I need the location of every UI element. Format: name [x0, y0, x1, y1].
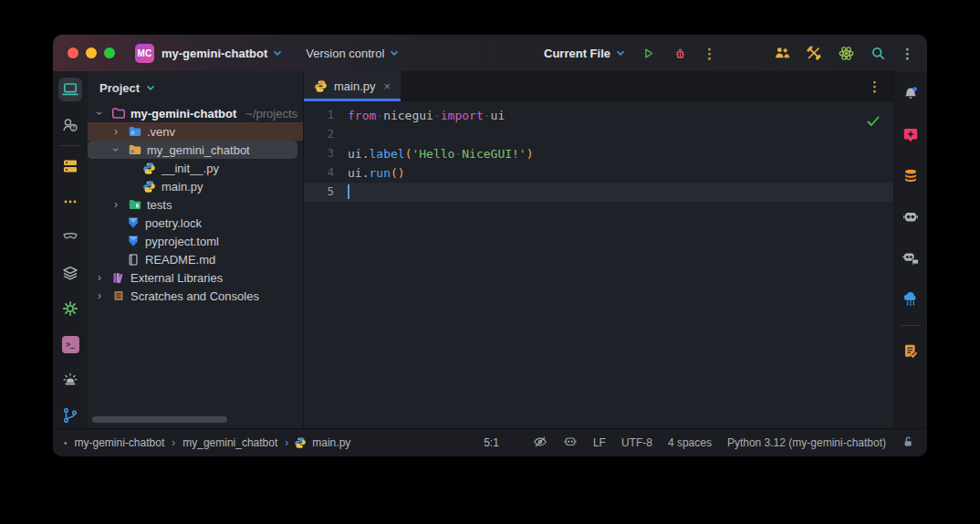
database-button[interactable] [899, 164, 923, 188]
expand-toggle[interactable]: › [109, 198, 122, 211]
chevron-right-icon: › [172, 436, 175, 449]
zoom-window-button[interactable] [104, 47, 115, 58]
settings-button[interactable] [58, 297, 82, 320]
line-number: 4 [304, 163, 348, 183]
todo-check-icon [902, 342, 920, 361]
coding-agent-button[interactable] [899, 205, 923, 229]
expand-toggle[interactable]: › [93, 289, 106, 302]
python-file-icon [141, 180, 157, 194]
code-line: 3 ui.label('Hello·NiceGUI!') [304, 144, 893, 163]
search-icon[interactable] [869, 44, 887, 62]
problems-button[interactable] [58, 368, 82, 392]
horizontal-scrollbar[interactable] [92, 416, 227, 423]
services-button[interactable] [58, 154, 82, 178]
tab-options-icon[interactable]: ⋮ [868, 79, 881, 93]
tree-row-project-root[interactable]: › my-gemini-chatbot ~/projects [88, 104, 303, 122]
people-question-icon: ? [61, 116, 79, 134]
code-line: 2 [304, 125, 893, 144]
divider [60, 145, 80, 146]
chevron-down-icon [273, 49, 282, 57]
poetry-file-icon [125, 235, 141, 247]
svg-text:?: ? [72, 124, 76, 131]
chevron-down-icon [390, 49, 399, 57]
remote-cloud-button[interactable] [899, 288, 923, 311]
tree-row-external-libraries[interactable]: › External Libraries [88, 268, 303, 287]
editor-tab-bar: main.py × ⋮ [304, 71, 893, 101]
traffic-lights [68, 47, 115, 58]
tree-row-pyproject-toml[interactable]: pyproject.toml [88, 232, 303, 250]
git-branch-icon [61, 406, 79, 424]
project-tree: › my-gemini-chatbot ~/projects › .venv › [88, 104, 303, 305]
learn-help-button[interactable]: ? [58, 113, 82, 137]
code-editor[interactable]: 1 from·nicegui·import·ui 2 3 ui.label('H… [304, 101, 893, 202]
tree-row-init-py[interactable]: __init__.py [88, 159, 303, 177]
expand-toggle[interactable]: › [109, 125, 122, 138]
run-icon[interactable] [639, 44, 657, 62]
users-icon[interactable] [773, 44, 791, 62]
todo-button[interactable] [899, 340, 923, 363]
science-icon[interactable] [837, 44, 855, 62]
servers-icon [61, 157, 79, 175]
line-separator-widget[interactable]: LF [593, 436, 606, 449]
close-tab-icon[interactable]: × [384, 79, 391, 93]
project-menu[interactable]: my-gemini-chatbot [162, 47, 282, 60]
left-activity-bar: ? >_ [53, 71, 88, 428]
line-number: 3 [304, 144, 348, 163]
tree-row-readme[interactable]: README.md [88, 250, 303, 268]
caret-position[interactable]: 5:1 [484, 436, 499, 449]
profiler-button[interactable] [58, 225, 82, 249]
tree-row-package[interactable]: › my_gemini_chatbot [88, 141, 297, 159]
expand-toggle[interactable]: › [93, 107, 106, 120]
tree-row-venv[interactable]: › .venv [88, 122, 303, 141]
project-tool-button[interactable] [58, 78, 82, 101]
minimize-window-button[interactable] [86, 47, 97, 58]
breadcrumb-project[interactable]: my-gemini-chatbot [75, 436, 165, 449]
more-run-actions-icon[interactable]: ⋮ [703, 47, 716, 60]
tree-row-poetry-lock[interactable]: poetry.lock [88, 214, 303, 232]
python-file-icon [314, 79, 328, 93]
laptop-icon [61, 80, 79, 99]
tab-main-py[interactable]: main.py × [304, 71, 401, 101]
inspections-ok-icon[interactable] [867, 113, 880, 132]
expand-toggle[interactable]: › [93, 271, 106, 284]
breadcrumb-package[interactable]: my_gemini_chatbot [182, 436, 277, 449]
unlocked-icon[interactable] [902, 435, 914, 451]
more-icon[interactable]: ⋮ [901, 47, 914, 60]
tree-row-scratches[interactable]: › Scratches and Consoles [88, 287, 303, 305]
structure-button[interactable] [58, 261, 82, 285]
line-number: 2 [304, 125, 348, 144]
ai-status-icon[interactable] [563, 435, 578, 452]
project-panel-header[interactable]: Project [88, 71, 303, 104]
cloud-connections-icon [902, 290, 920, 309]
code-line: 1 from·nicegui·import·ui [304, 106, 893, 125]
close-window-button[interactable] [68, 47, 78, 58]
notifications-button[interactable] [899, 82, 923, 106]
more-tool-windows-button[interactable] [58, 190, 82, 214]
titlebar-actions: ⋮ [773, 44, 914, 62]
run-configuration-selector[interactable]: Current File [544, 47, 625, 60]
robot-chat-icon [902, 249, 920, 267]
ai-assistant-button[interactable] [899, 123, 923, 147]
tree-row-main-py[interactable]: main.py [88, 177, 303, 195]
layers-icon [61, 264, 79, 282]
version-control-button[interactable] [58, 403, 82, 427]
terminal-button[interactable]: >_ [58, 332, 82, 356]
ide-window: MC my-gemini-chatbot Version control Cur… [53, 35, 927, 456]
tools-icon[interactable] [805, 44, 823, 62]
debug-icon[interactable] [671, 44, 689, 62]
highlighting-level-icon[interactable] [533, 435, 547, 452]
tree-row-tests[interactable]: › tests [88, 195, 303, 214]
status-widgets: 5:1 LF UTF-8 4 spaces Python 3.12 (my-ge… [484, 435, 914, 452]
expand-toggle[interactable]: › [109, 143, 122, 156]
interpreter-widget[interactable]: Python 3.12 (my-gemini-chatbot) [727, 436, 886, 449]
breadcrumb-file[interactable]: main.py [312, 436, 350, 449]
ai-chat-button[interactable] [899, 246, 923, 270]
chevron-down-icon [616, 49, 625, 57]
project-badge[interactable]: MC [135, 44, 154, 63]
titlebar: MC my-gemini-chatbot Version control Cur… [53, 35, 927, 71]
project-name: my-gemini-chatbot [162, 47, 267, 60]
encoding-widget[interactable]: UTF-8 [621, 436, 652, 449]
indent-widget[interactable]: 4 spaces [668, 436, 712, 449]
version-control-menu[interactable]: Version control [306, 47, 399, 60]
tests-folder-icon [127, 197, 142, 212]
